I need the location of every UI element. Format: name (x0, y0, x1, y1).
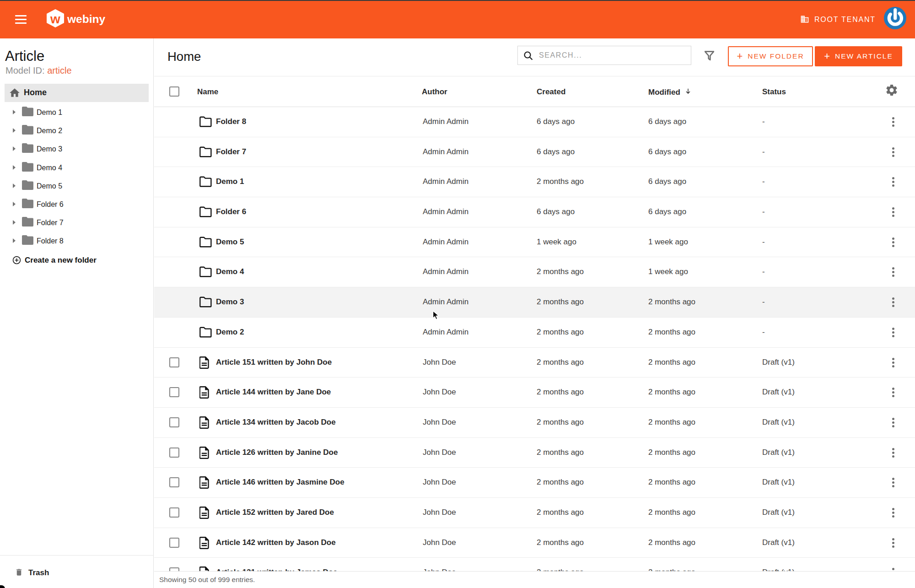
svg-text:w: w (50, 12, 60, 26)
